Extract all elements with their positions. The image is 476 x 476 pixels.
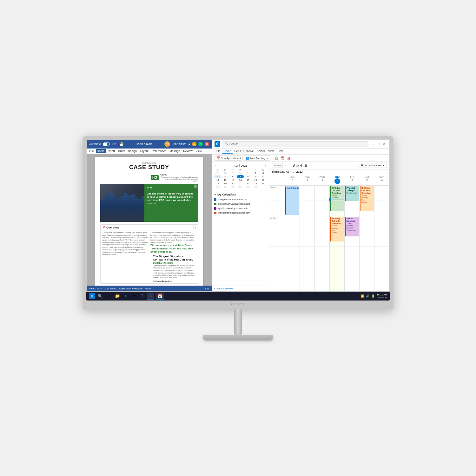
- outlook-menu-home[interactable]: Home: [222, 149, 233, 154]
- cal-item-kyle[interactable]: kyle@parkvalleyschools.edu: [214, 207, 267, 210]
- word-menu-mailings[interactable]: Mailings: [168, 149, 181, 153]
- view-week-btn[interactable]: 📆: [280, 156, 285, 160]
- taskbar-edge[interactable]: e: [123, 293, 129, 300]
- cal-item-mario[interactable]: mario@firstupconsultants.com: [214, 211, 267, 214]
- mini-cal-day[interactable]: 29: [244, 185, 252, 189]
- word-maximize-btn[interactable]: □: [198, 142, 203, 146]
- mini-cal-day[interactable]: 30: [237, 171, 244, 175]
- search-taskbar-btn[interactable]: 🔍: [96, 293, 103, 300]
- word-menu-layout[interactable]: Layout: [139, 149, 150, 153]
- mini-cal-prev[interactable]: ‹: [214, 164, 217, 167]
- mini-cal-day[interactable]: 1: [244, 171, 252, 175]
- new-appointment-btn[interactable]: 📅 New Appointment: [215, 155, 243, 161]
- diamond-icon: ♦: [188, 142, 190, 146]
- autosave-toggle[interactable]: [103, 142, 110, 146]
- mini-cal-day[interactable]: 4: [214, 175, 221, 178]
- word-minimize-btn[interactable]: —: [192, 142, 196, 146]
- outlook-menu-help[interactable]: Help: [276, 149, 285, 154]
- outlook-menu-view[interactable]: View: [267, 149, 275, 154]
- mini-cal-day[interactable]: [259, 185, 267, 189]
- event-bday-thu2[interactable]: Birthday Call with Grandma Teams Meeting…: [330, 217, 344, 241]
- start-button[interactable]: ⊞: [89, 293, 95, 299]
- mini-cal-day[interactable]: 20: [229, 182, 237, 185]
- word-menu-view[interactable]: View: [195, 149, 203, 153]
- mini-cal-day[interactable]: 15: [244, 178, 252, 182]
- mini-cal-day[interactable]: 12: [221, 178, 229, 182]
- mini-cal-day[interactable]: 29: [229, 171, 237, 175]
- mini-cal-day[interactable]: 21: [237, 182, 244, 185]
- mini-cal-day[interactable]: 23: [252, 182, 259, 185]
- outlook-close-btn[interactable]: ✕: [382, 142, 387, 146]
- mini-cal-day[interactable]: 16: [252, 178, 259, 182]
- outlook-maximize-btn[interactable]: □: [377, 142, 381, 146]
- taskbar-teams[interactable]: T: [139, 293, 145, 300]
- mini-cal-day[interactable]: 9: [252, 175, 259, 178]
- mini-cal-day[interactable]: 18: [214, 182, 221, 185]
- outlook-menu-file[interactable]: File: [215, 149, 222, 154]
- word-menu-insert[interactable]: Insert: [107, 149, 116, 153]
- mini-cal-day[interactable]: 25: [214, 185, 221, 189]
- mini-cal-day[interactable]: 27: [214, 171, 221, 175]
- word-close-btn[interactable]: ✕: [205, 142, 209, 146]
- word-content: Hamburg 101 CASE STUDY HG About Addressi…: [87, 154, 212, 286]
- mini-cal-day[interactable]: 7: [237, 175, 244, 178]
- cal-item-amari[interactable]: amari@parkvalleyschools.edu: [214, 202, 267, 205]
- mini-cal-day[interactable]: 6: [229, 175, 237, 178]
- word-menu-file[interactable]: File: [88, 149, 95, 153]
- outlook-search-bar[interactable]: 🔍 Search: [223, 141, 368, 147]
- mini-cal-day[interactable]: 30: [252, 185, 259, 189]
- mini-cal-day[interactable]: 26: [221, 185, 229, 189]
- word-menu-design[interactable]: Design: [127, 149, 138, 153]
- cal-label-amari: amari@parkvalleyschools.edu: [218, 202, 250, 205]
- taskbar-mail[interactable]: ✉: [130, 293, 138, 300]
- outlook-menu-folder[interactable]: Folder: [256, 149, 267, 154]
- word-save-icon[interactable]: 💾: [119, 142, 124, 146]
- mini-cal-day[interactable]: 24: [259, 182, 267, 185]
- cal-view-select[interactable]: 📅 Schedule View ▼: [359, 163, 387, 168]
- word-menu-bar: File Home Insert Draw Design Layout Refe…: [87, 149, 212, 154]
- taskbar-word[interactable]: W: [147, 293, 154, 300]
- mini-cal-day[interactable]: 5: [221, 175, 229, 178]
- cal-list-toggle[interactable]: ▼: [214, 193, 216, 196]
- mini-cal-day[interactable]: 28: [221, 171, 229, 175]
- event-bday-thu1[interactable]: Birthday Call with Grandma Teams Meeting: [330, 186, 344, 211]
- mini-cal-day[interactable]: 13: [229, 178, 237, 182]
- mini-cal-day[interactable]: 11: [214, 178, 221, 182]
- view-options-btn[interactable]: ⋯: [292, 156, 296, 160]
- new-meeting-btn[interactable]: 👥 New Meeting ▼: [244, 155, 270, 161]
- today-btn[interactable]: Today: [272, 163, 283, 168]
- outlook-menu-send[interactable]: Send / Receive: [233, 149, 255, 154]
- cal-next-btn[interactable]: ›: [289, 163, 291, 168]
- mini-cal-day[interactable]: 27: [229, 185, 237, 189]
- cal-prev-btn[interactable]: ‹: [285, 163, 287, 168]
- word-menu-review[interactable]: Review: [182, 149, 194, 153]
- word-menu-references[interactable]: References: [150, 149, 168, 153]
- add-calendar-btn[interactable]: + Add a Calendar: [212, 286, 269, 291]
- outlook-minimize-btn[interactable]: —: [371, 142, 376, 146]
- event-bday-sat[interactable]: Birthday Call with Grandma Teams Meeting…: [360, 186, 374, 211]
- mini-cal-next[interactable]: ›: [264, 164, 267, 167]
- view-month-btn[interactable]: 📊: [286, 156, 291, 160]
- taskbar-calendar[interactable]: 📅: [155, 293, 164, 300]
- mini-cal-day[interactable]: 14: [237, 178, 244, 182]
- mini-cal-day[interactable]: 22: [244, 182, 252, 185]
- mini-cal-day[interactable]: 3: [259, 171, 267, 175]
- taskbar-right: 📶 🔊 🔋 10:11 AM 10/06/22: [360, 293, 387, 299]
- task-view-btn[interactable]: ⊡: [105, 293, 112, 300]
- mini-cal-day[interactable]: 19: [221, 182, 229, 185]
- mini-cal-day[interactable]: 17: [259, 178, 267, 182]
- mini-cal-day[interactable]: 28: [237, 185, 244, 189]
- view-day-btn[interactable]: 📋: [274, 156, 279, 160]
- event-museum-fri[interactable]: Virtual Museum Thams MeetingMonica Thomp…: [345, 217, 359, 236]
- statusbar-focus[interactable]: Focus: [145, 288, 151, 290]
- taskbar-explorer[interactable]: 📁: [113, 293, 122, 300]
- mini-cal-day[interactable]: 8: [244, 175, 252, 178]
- word-menu-home[interactable]: Home: [96, 149, 106, 153]
- mini-cal-day[interactable]: 2: [252, 171, 259, 175]
- mini-cal-day[interactable]: 10: [259, 175, 267, 178]
- event-mia-mon[interactable]: mia@lamnahealthc...: [285, 186, 299, 215]
- company-text: Digital architecture companies are makin…: [153, 265, 196, 279]
- word-menu-draw[interactable]: Draw: [117, 149, 126, 153]
- cal-item-mia[interactable]: mia@lamnahealthcare.com: [214, 198, 267, 201]
- event-physio-fri[interactable]: Physical Therapy Dr. Samuels: [345, 186, 359, 201]
